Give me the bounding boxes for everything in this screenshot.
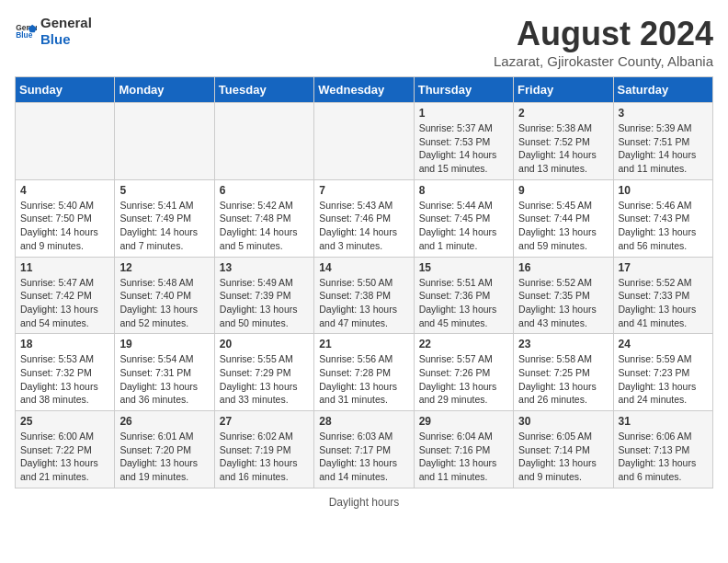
calendar-cell-5-4: 28Sunrise: 6:03 AM Sunset: 7:17 PM Dayli… — [314, 411, 414, 488]
calendar-cell-3-5: 15Sunrise: 5:51 AM Sunset: 7:36 PM Dayli… — [414, 257, 513, 334]
day-info: Sunrise: 5:51 AM Sunset: 7:36 PM Dayligh… — [419, 276, 508, 330]
day-info: Sunrise: 6:02 AM Sunset: 7:19 PM Dayligh… — [220, 430, 309, 484]
day-number: 3 — [619, 107, 708, 120]
day-number: 21 — [319, 338, 408, 350]
calendar-header-saturday: Saturday — [613, 77, 712, 103]
header: General Blue General Blue August 2024 La… — [15, 15, 713, 69]
logo-icon: General Blue — [15, 20, 37, 42]
day-info: Sunrise: 6:01 AM Sunset: 7:20 PM Dayligh… — [119, 430, 209, 484]
day-number: 25 — [20, 415, 109, 428]
day-number: 6 — [220, 184, 309, 197]
calendar-cell-2-3: 6Sunrise: 5:42 AM Sunset: 7:48 PM Daylig… — [214, 179, 313, 257]
day-info: Sunrise: 5:44 AM Sunset: 7:45 PM Dayligh… — [419, 199, 508, 253]
calendar-cell-4-1: 18Sunrise: 5:53 AM Sunset: 7:32 PM Dayli… — [16, 334, 115, 411]
day-info: Sunrise: 5:49 AM Sunset: 7:39 PM Dayligh… — [220, 276, 309, 330]
calendar-cell-4-6: 23Sunrise: 5:58 AM Sunset: 7:25 PM Dayli… — [514, 334, 613, 411]
footer-note: Daylight hours — [15, 496, 713, 509]
calendar-cell-3-4: 14Sunrise: 5:50 AM Sunset: 7:38 PM Dayli… — [314, 257, 414, 334]
day-number: 16 — [518, 261, 608, 274]
day-number: 9 — [518, 184, 608, 197]
calendar-cell-2-6: 9Sunrise: 5:45 AM Sunset: 7:44 PM Daylig… — [514, 179, 613, 257]
calendar-header-friday: Friday — [514, 77, 613, 103]
calendar-cell-1-6: 2Sunrise: 5:38 AM Sunset: 7:52 PM Daylig… — [514, 103, 613, 180]
logo-blue-text: Blue — [40, 31, 92, 48]
day-info: Sunrise: 6:04 AM Sunset: 7:16 PM Dayligh… — [419, 430, 508, 484]
day-info: Sunrise: 5:59 AM Sunset: 7:23 PM Dayligh… — [619, 352, 708, 407]
day-info: Sunrise: 5:54 AM Sunset: 7:31 PM Dayligh… — [119, 352, 209, 407]
day-number: 26 — [119, 415, 209, 428]
day-info: Sunrise: 5:40 AM Sunset: 7:50 PM Dayligh… — [20, 199, 109, 253]
day-number: 4 — [20, 184, 109, 197]
calendar-cell-5-7: 31Sunrise: 6:06 AM Sunset: 7:13 PM Dayli… — [613, 411, 712, 488]
day-info: Sunrise: 5:52 AM Sunset: 7:35 PM Dayligh… — [518, 276, 608, 330]
calendar-cell-5-3: 27Sunrise: 6:02 AM Sunset: 7:19 PM Dayli… — [214, 411, 313, 488]
subtitle: Lazarat, Gjirokaster County, Albania — [494, 53, 713, 69]
day-number: 20 — [220, 338, 309, 350]
calendar-cell-5-6: 30Sunrise: 6:05 AM Sunset: 7:14 PM Dayli… — [514, 411, 613, 488]
calendar-body: 1Sunrise: 5:37 AM Sunset: 7:53 PM Daylig… — [16, 103, 713, 488]
calendar-table: SundayMondayTuesdayWednesdayThursdayFrid… — [15, 76, 713, 488]
day-info: Sunrise: 5:48 AM Sunset: 7:40 PM Dayligh… — [119, 276, 209, 330]
calendar-cell-1-7: 3Sunrise: 5:39 AM Sunset: 7:51 PM Daylig… — [613, 103, 712, 180]
logo-general-text: General — [40, 15, 92, 31]
calendar-cell-3-3: 13Sunrise: 5:49 AM Sunset: 7:39 PM Dayli… — [214, 257, 313, 334]
calendar-cell-1-4 — [314, 103, 414, 180]
day-info: Sunrise: 5:53 AM Sunset: 7:32 PM Dayligh… — [20, 352, 109, 407]
calendar-cell-3-1: 11Sunrise: 5:47 AM Sunset: 7:42 PM Dayli… — [16, 257, 115, 334]
day-info: Sunrise: 6:03 AM Sunset: 7:17 PM Dayligh… — [319, 430, 408, 484]
day-info: Sunrise: 5:55 AM Sunset: 7:29 PM Dayligh… — [220, 352, 309, 407]
calendar-cell-3-6: 16Sunrise: 5:52 AM Sunset: 7:35 PM Dayli… — [514, 257, 613, 334]
calendar-week-5: 25Sunrise: 6:00 AM Sunset: 7:22 PM Dayli… — [16, 411, 713, 488]
day-info: Sunrise: 6:00 AM Sunset: 7:22 PM Dayligh… — [20, 430, 109, 484]
day-number: 22 — [419, 338, 508, 350]
day-number: 19 — [119, 338, 209, 350]
main-title: August 2024 — [494, 15, 713, 53]
calendar-week-1: 1Sunrise: 5:37 AM Sunset: 7:53 PM Daylig… — [16, 103, 713, 180]
day-number: 8 — [419, 184, 508, 197]
day-info: Sunrise: 5:43 AM Sunset: 7:46 PM Dayligh… — [319, 199, 408, 253]
day-number: 30 — [518, 415, 608, 428]
day-number: 13 — [220, 261, 309, 274]
day-number: 18 — [20, 338, 109, 350]
day-number: 28 — [319, 415, 408, 428]
calendar-cell-2-2: 5Sunrise: 5:41 AM Sunset: 7:49 PM Daylig… — [115, 179, 214, 257]
day-info: Sunrise: 5:45 AM Sunset: 7:44 PM Dayligh… — [518, 199, 608, 253]
calendar-header-row: SundayMondayTuesdayWednesdayThursdayFrid… — [16, 77, 713, 103]
day-info: Sunrise: 5:57 AM Sunset: 7:26 PM Dayligh… — [419, 352, 508, 407]
day-number: 11 — [20, 261, 109, 274]
day-number: 2 — [518, 107, 608, 120]
day-info: Sunrise: 5:42 AM Sunset: 7:48 PM Dayligh… — [220, 199, 309, 253]
day-number: 15 — [419, 261, 508, 274]
day-info: Sunrise: 5:50 AM Sunset: 7:38 PM Dayligh… — [319, 276, 408, 330]
calendar-cell-4-4: 21Sunrise: 5:56 AM Sunset: 7:28 PM Dayli… — [314, 334, 414, 411]
day-info: Sunrise: 5:38 AM Sunset: 7:52 PM Dayligh… — [518, 121, 608, 176]
day-number: 10 — [619, 184, 708, 197]
calendar-cell-2-4: 7Sunrise: 5:43 AM Sunset: 7:46 PM Daylig… — [314, 179, 414, 257]
calendar-cell-5-2: 26Sunrise: 6:01 AM Sunset: 7:20 PM Dayli… — [115, 411, 214, 488]
day-info: Sunrise: 5:58 AM Sunset: 7:25 PM Dayligh… — [518, 352, 608, 407]
calendar-cell-1-2 — [115, 103, 214, 180]
calendar-week-3: 11Sunrise: 5:47 AM Sunset: 7:42 PM Dayli… — [16, 257, 713, 334]
calendar-week-2: 4Sunrise: 5:40 AM Sunset: 7:50 PM Daylig… — [16, 179, 713, 257]
calendar-cell-3-7: 17Sunrise: 5:52 AM Sunset: 7:33 PM Dayli… — [613, 257, 712, 334]
day-info: Sunrise: 5:39 AM Sunset: 7:51 PM Dayligh… — [619, 121, 708, 176]
day-number: 5 — [119, 184, 209, 197]
calendar-cell-3-2: 12Sunrise: 5:48 AM Sunset: 7:40 PM Dayli… — [115, 257, 214, 334]
calendar-cell-2-5: 8Sunrise: 5:44 AM Sunset: 7:45 PM Daylig… — [414, 179, 513, 257]
day-info: Sunrise: 5:37 AM Sunset: 7:53 PM Dayligh… — [419, 121, 508, 176]
day-number: 27 — [220, 415, 309, 428]
day-info: Sunrise: 5:47 AM Sunset: 7:42 PM Dayligh… — [20, 276, 109, 330]
calendar-cell-2-1: 4Sunrise: 5:40 AM Sunset: 7:50 PM Daylig… — [16, 179, 115, 257]
day-info: Sunrise: 5:41 AM Sunset: 7:49 PM Dayligh… — [119, 199, 209, 253]
day-info: Sunrise: 6:05 AM Sunset: 7:14 PM Dayligh… — [518, 430, 608, 484]
day-info: Sunrise: 5:52 AM Sunset: 7:33 PM Dayligh… — [619, 276, 708, 330]
day-number: 29 — [419, 415, 508, 428]
day-number: 24 — [619, 338, 708, 350]
day-number: 1 — [419, 107, 508, 120]
logo: General Blue General Blue — [15, 15, 92, 48]
calendar-week-4: 18Sunrise: 5:53 AM Sunset: 7:32 PM Dayli… — [16, 334, 713, 411]
calendar-cell-4-3: 20Sunrise: 5:55 AM Sunset: 7:29 PM Dayli… — [214, 334, 313, 411]
day-info: Sunrise: 6:06 AM Sunset: 7:13 PM Dayligh… — [619, 430, 708, 484]
calendar-cell-4-2: 19Sunrise: 5:54 AM Sunset: 7:31 PM Dayli… — [115, 334, 214, 411]
title-area: August 2024 Lazarat, Gjirokaster County,… — [494, 15, 713, 69]
